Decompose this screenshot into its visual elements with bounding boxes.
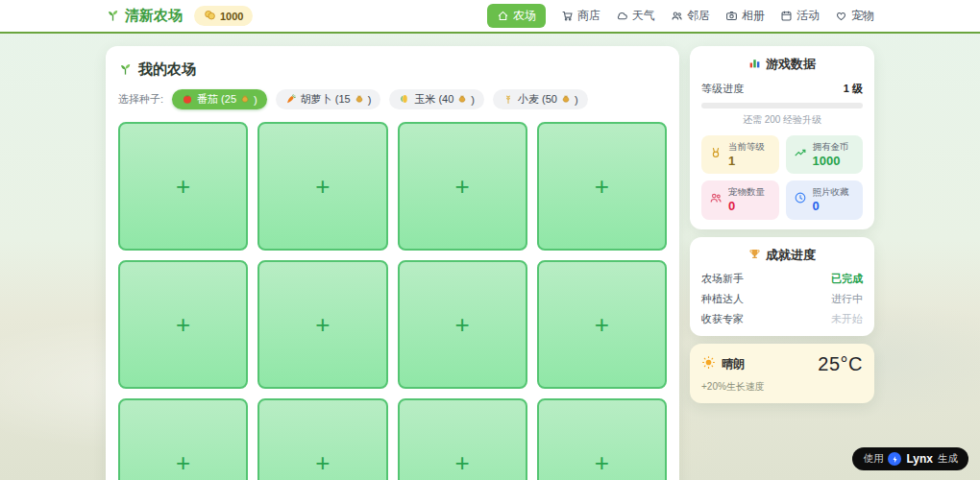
plus-icon: +	[315, 174, 330, 199]
nav-item-label: 活动	[796, 8, 820, 24]
farm-plot[interactable]: +	[398, 122, 527, 251]
weather-temperature: 25°C	[818, 353, 863, 375]
plus-icon: +	[315, 312, 330, 337]
cart-icon	[561, 10, 574, 22]
panel-title-text: 游戏数据	[766, 56, 816, 73]
money-bag-icon	[457, 94, 467, 106]
seed-selector-label: 选择种子:	[118, 92, 163, 107]
stat-card-coins: 拥有金币 1000	[786, 135, 864, 174]
nav-item-shop[interactable]: 商店	[561, 8, 600, 24]
seedling-icon	[118, 61, 133, 79]
farm-plot-grid: + + + + + + + + + + + +	[118, 122, 667, 480]
nav-item-label: 商店	[577, 8, 600, 24]
nav-item-events[interactable]: 活动	[780, 8, 820, 24]
seedling-icon	[106, 8, 120, 25]
page-title: 我的农场	[138, 60, 196, 79]
farm-plot[interactable]: +	[257, 122, 387, 251]
nav-item-pets[interactable]: 宠物	[835, 8, 874, 24]
home-icon	[497, 10, 509, 22]
stat-card-level: 当前等级 1	[701, 135, 779, 174]
coins-icon	[204, 9, 216, 23]
medal-icon	[709, 146, 723, 163]
wheat-icon	[502, 93, 514, 107]
stat-card-grid: 当前等级 1 拥有金币 1000 宠物数量 0	[701, 135, 863, 220]
seed-label-text: )	[471, 94, 475, 106]
plus-icon: +	[176, 312, 190, 337]
farm-panel: 我的农场 选择种子: 番茄 (25 ) 胡萝卜 (15 ) 玉米 (40 ) 小…	[106, 46, 679, 480]
plus-icon: +	[595, 312, 609, 337]
plus-icon: +	[176, 450, 190, 475]
farm-plot[interactable]: +	[118, 122, 248, 251]
achievement-status: 已完成	[831, 272, 863, 286]
nav-item-album[interactable]: 相册	[725, 8, 765, 24]
seed-label-text: )	[575, 94, 578, 106]
nav-item-label: 宠物	[851, 8, 874, 24]
stat-label: 宠物数量	[728, 186, 765, 199]
weather-condition-text: 晴朗	[722, 356, 745, 372]
stat-value: 1000	[813, 155, 849, 168]
nav-item-label: 相册	[742, 8, 765, 24]
clock-icon	[794, 191, 807, 208]
nav-item-label: 农场	[513, 8, 536, 24]
farm-plot[interactable]: +	[537, 260, 667, 389]
navbar-left: 清新农场 1000	[106, 6, 253, 26]
achievement-list: 农场新手 已完成 种植达人 进行中 收获专家 未开始	[701, 272, 863, 326]
farm-plot[interactable]: +	[398, 398, 527, 480]
users-icon	[671, 10, 683, 22]
achievement-row: 农场新手 已完成	[701, 272, 863, 286]
sun-icon	[701, 355, 716, 372]
nav-item-weather[interactable]: 天气	[616, 8, 655, 24]
trend-up-icon	[794, 146, 807, 163]
top-navbar: 清新农场 1000 农场 商店 天气 邻居 相册	[0, 0, 980, 34]
stat-value: 0	[813, 200, 849, 213]
app-title: 清新农场	[125, 7, 183, 25]
seed-button-wheat[interactable]: 小麦 (50 )	[493, 89, 588, 109]
stat-card-photos: 照片收藏 0	[786, 180, 864, 219]
farm-plot[interactable]: +	[257, 398, 387, 480]
weather-top-row: 晴朗 25°C	[701, 353, 863, 375]
cloud-icon	[616, 10, 628, 22]
money-bag-icon	[355, 94, 364, 106]
badge-suffix: 生成	[938, 452, 958, 466]
seed-label-text: 小麦 (50	[518, 92, 557, 107]
calendar-icon	[780, 10, 793, 22]
seed-label-text: 番茄 (25	[197, 92, 236, 107]
seed-button-tomato[interactable]: 番茄 (25 )	[172, 89, 267, 109]
nav-item-farm[interactable]: 农场	[487, 4, 546, 28]
camera-icon	[725, 10, 738, 22]
farm-plot[interactable]: +	[537, 122, 667, 251]
weather-bonus-text: +20%生长速度	[701, 380, 863, 394]
farm-plot[interactable]: +	[537, 398, 667, 480]
farm-plot[interactable]: +	[398, 260, 527, 389]
xp-hint: 还需 200 经验升级	[701, 113, 863, 127]
plus-icon: +	[595, 450, 609, 475]
plus-icon: +	[595, 174, 609, 199]
right-sidebar: 游戏数据 等级进度 1 级 还需 200 经验升级 当前等级 1 拥有金币 10	[690, 46, 874, 403]
farm-title-row: 我的农场	[118, 60, 667, 79]
badge-brand: Lynx	[906, 452, 933, 466]
farm-plot[interactable]: +	[118, 260, 248, 389]
lynx-attribution-badge[interactable]: 使用 Lynx 生成	[852, 447, 968, 470]
stat-value: 1	[728, 155, 765, 168]
badge-prefix: 使用	[863, 452, 883, 466]
corn-icon	[399, 93, 410, 107]
achievement-name: 农场新手	[701, 272, 744, 286]
trophy-icon	[748, 248, 761, 263]
plus-icon: +	[455, 312, 470, 337]
xp-progress-bar	[701, 103, 863, 108]
stat-value: 0	[728, 200, 765, 213]
achievement-row: 收获专家 未开始	[701, 312, 863, 326]
farm-plot[interactable]: +	[118, 398, 248, 480]
carrot-icon	[285, 93, 297, 107]
stat-card-pets: 宠物数量 0	[701, 180, 779, 219]
coin-balance-badge: 1000	[194, 6, 253, 26]
seed-button-corn[interactable]: 玉米 (40 )	[389, 89, 484, 109]
nav-item-label: 天气	[632, 8, 655, 24]
farm-plot[interactable]: +	[257, 260, 387, 389]
seed-button-carrot[interactable]: 胡萝卜 (15 )	[276, 89, 381, 109]
achievement-status: 未开始	[831, 312, 863, 326]
nav-item-neighbors[interactable]: 邻居	[671, 8, 710, 24]
money-bag-icon	[240, 94, 250, 106]
seed-label-text: )	[254, 94, 257, 106]
achievement-status: 进行中	[831, 292, 863, 306]
